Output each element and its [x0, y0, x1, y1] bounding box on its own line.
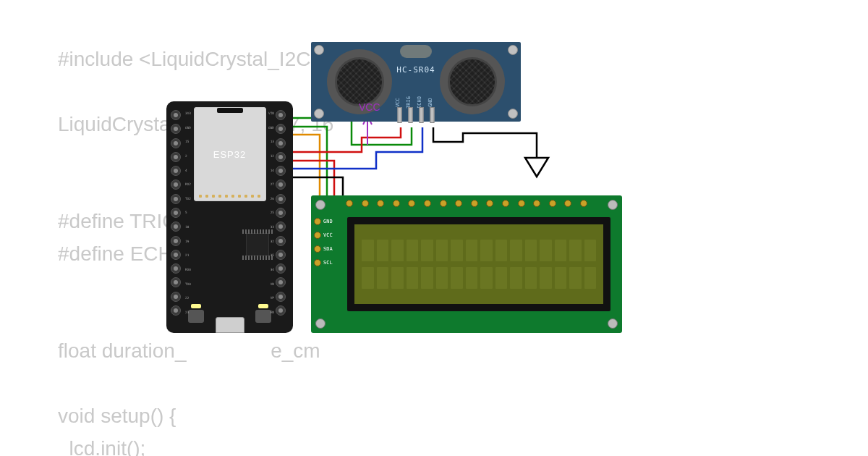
lcd-1602-i2c: . GND VCC SDA SCL	[311, 195, 622, 333]
esp32-pin-label: RX2	[185, 182, 191, 186]
esp32-pin-label: GND	[185, 126, 191, 130]
usb-port-icon	[216, 317, 244, 333]
lcd-top-pad	[580, 200, 587, 207]
esp32-pin-label: 23	[185, 311, 191, 314]
esp32-pin-2	[171, 152, 181, 162]
esp32-pin-label: 32	[268, 240, 274, 243]
esp32-pin-35	[276, 250, 286, 260]
esp32-pin-label: 4	[185, 169, 191, 172]
esp32-pin-label: 19	[185, 240, 191, 243]
lcd-char-cell	[569, 240, 582, 261]
esp32-right-pin-labels: VINGND13121427262533323534VNVPEN	[268, 111, 274, 314]
lcd-char-cell	[569, 267, 582, 289]
vcc-annotation: VCC	[359, 101, 380, 113]
lcd-char-cell	[407, 240, 419, 261]
crystal-icon	[400, 45, 432, 58]
lcd-char-cell	[421, 267, 433, 289]
esp32-pin-label: GND	[268, 126, 274, 130]
lcd-char-cell	[525, 240, 537, 261]
esp32-pin-14	[276, 166, 286, 176]
lcd-i2c-header: . GND VCC SDA SCL	[314, 206, 333, 266]
lcd-char-cell	[466, 240, 478, 261]
esp32-pin-vin	[276, 110, 286, 120]
lcd-top-pad	[549, 200, 556, 207]
lcd-char-cell	[391, 240, 404, 261]
esp32-pin-32	[276, 236, 286, 246]
lcd-char-cell	[407, 267, 419, 289]
esp32-pin-label: 34	[268, 268, 274, 271]
esp32-pin-12	[276, 152, 286, 162]
esp32-pin-label: 22	[185, 296, 191, 300]
esp32-left-pin-labels: 3V3GND1524RX2TX25181921RX0TX02223	[185, 111, 191, 314]
lcd-glass	[347, 217, 610, 311]
hcsr04-pins	[398, 107, 435, 123]
lcd-char-cell	[480, 267, 493, 289]
esp32-pin-rx2	[171, 180, 181, 190]
esp32-board: ESP32 3V3GND1524RX2TX25181921RX0TX02223 …	[166, 101, 293, 333]
lcd-char-cell	[525, 267, 537, 289]
diagram-stage: ESP32 3V3GND1524RX2TX25181921RX0TX02223 …	[0, 0, 868, 456]
esp32-pin-tx2	[171, 194, 181, 204]
esp32-pin-13	[276, 138, 286, 148]
esp32-pin-label: 33	[268, 225, 274, 229]
lcd-char-cell	[451, 267, 463, 289]
lcd-char-cell	[510, 267, 522, 289]
esp32-pin-label: 12	[268, 154, 274, 158]
esp32-pin-21	[171, 250, 181, 260]
lcd-row-0	[362, 240, 596, 261]
esp32-pin-18	[171, 221, 181, 232]
esp32-pin-25	[276, 208, 286, 218]
lcd-char-cell	[377, 267, 389, 289]
hcsr04-label: HC-SR04	[396, 65, 435, 75]
lcd-char-cell	[421, 240, 433, 261]
esp32-pin-label: VIN	[268, 111, 274, 115]
lcd-top-pad	[564, 200, 571, 207]
esp32-left-header	[171, 110, 184, 316]
lcd-char-cell	[555, 240, 567, 261]
lcd-top-pad	[377, 200, 384, 207]
esp32-pin-label: 13	[268, 140, 274, 143]
lcd-char-cell	[451, 240, 463, 261]
lcd-top-pad	[533, 200, 540, 207]
esp32-pin-5	[171, 208, 181, 218]
lcd-char-cell	[495, 267, 508, 289]
esp32-pin-label: 27	[268, 182, 274, 186]
esp32-pin-label: 14	[268, 169, 274, 172]
esp32-pin-label: 15	[185, 140, 191, 143]
lcd-char-cell	[584, 267, 597, 289]
esp32-pin-19	[171, 236, 181, 246]
lcd-char-cell	[495, 240, 508, 261]
esp32-pin-27	[276, 180, 286, 190]
esp32-pin-33	[276, 221, 286, 232]
lcd-top-pad	[486, 200, 493, 207]
lcd-top-pad	[393, 200, 400, 207]
esp32-pin-34	[276, 263, 286, 274]
lcd-char-cell	[436, 267, 448, 289]
lcd-top-pad	[471, 200, 478, 207]
esp32-pin-label: RX0	[185, 268, 191, 271]
esp32-right-header	[276, 110, 289, 316]
esp32-pin-15	[171, 138, 181, 148]
esp32-pin-label: 21	[185, 253, 191, 257]
lcd-char-cell	[466, 267, 478, 289]
esp32-pin-label: EN	[268, 311, 274, 314]
esp32-pin-label: VN	[268, 282, 274, 286]
esp32-pin-label: 25	[268, 211, 274, 214]
ultrasonic-transducer-right-icon	[440, 49, 505, 114]
lcd-char-cell	[584, 240, 597, 261]
esp32-pin-label: 5	[185, 211, 191, 214]
esp32-pin-gnd	[276, 124, 286, 134]
esp32-pin-label: 18	[185, 225, 191, 229]
esp32-pin-label: 35	[268, 253, 274, 257]
lcd-top-pad	[455, 200, 462, 207]
esp32-pin-label: TX2	[185, 197, 191, 200]
lcd-char-cell	[362, 240, 374, 261]
lcd-active-area	[354, 224, 603, 304]
lcd-top-pad	[502, 200, 509, 207]
lcd-char-cell	[391, 267, 404, 289]
esp32-pin-vn	[276, 277, 286, 287]
lcd-char-cell	[540, 267, 552, 289]
esp32-pin-22	[171, 292, 181, 302]
lcd-top-pad	[440, 200, 447, 207]
lcd-char-cell	[480, 240, 493, 261]
